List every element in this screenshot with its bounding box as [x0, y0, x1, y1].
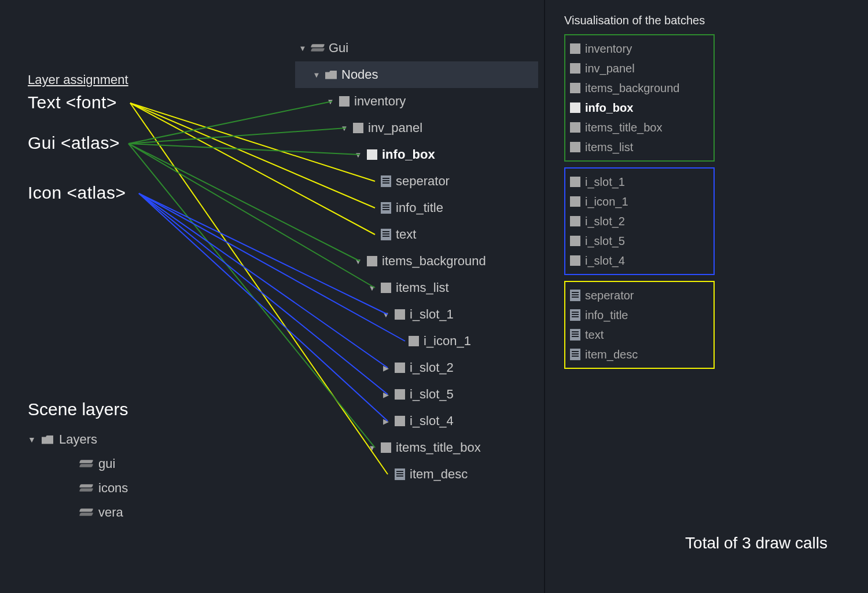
tree-row[interactable]: i_icon_1	[295, 328, 538, 354]
batch-row-label: item_desc	[585, 348, 638, 361]
text-node-icon	[570, 349, 580, 360]
layer-label-icon: Icon <atlas>	[28, 183, 126, 203]
box-node-icon	[409, 336, 419, 346]
tree-row[interactable]: ▼items_list	[295, 274, 538, 301]
scene-layers-root-label: Layers	[59, 432, 97, 447]
chevron-down-icon: ▼	[340, 124, 348, 133]
scene-layer-item[interactable]: icons	[49, 476, 128, 500]
stack-icon	[311, 43, 324, 53]
text-node-icon	[570, 329, 580, 341]
tree-row[interactable]: info_title	[295, 195, 538, 221]
tree-row[interactable]: ▼info_box	[295, 141, 538, 168]
box-node-icon	[570, 142, 580, 152]
batch-row-label: inventory	[585, 42, 632, 56]
box-node-icon	[367, 149, 377, 160]
chevron-down-icon: ▼	[368, 284, 376, 292]
scene-layer-item[interactable]: vera	[49, 500, 128, 525]
chevron-down-icon: ▼	[354, 151, 362, 159]
stack-icon	[80, 483, 93, 493]
tree-row[interactable]: ▶i_slot_5	[295, 381, 538, 408]
batch-row-label: i_icon_1	[585, 195, 628, 208]
tree-nodes-label: Nodes	[341, 67, 378, 82]
tree-row-label: i_slot_5	[410, 387, 454, 402]
batch-row-label: i_slot_2	[585, 215, 625, 228]
tree-row-label: text	[396, 227, 416, 242]
tree-row[interactable]: ▶i_slot_4	[295, 408, 538, 434]
scene-layer-label: gui	[98, 456, 115, 471]
box-node-icon	[339, 96, 350, 107]
batch-row: i_slot_4	[570, 251, 709, 270]
batch-row-label: i_slot_5	[585, 235, 625, 248]
tree-row[interactable]: ▼i_slot_1	[295, 301, 538, 328]
chevron-down-icon: ▼	[382, 310, 390, 319]
chevron-right-icon: ▶	[382, 390, 390, 399]
tree-row[interactable]: ▶i_slot_2	[295, 354, 538, 381]
folder-icon	[325, 69, 337, 80]
scene-layer-label: vera	[98, 505, 123, 520]
tree-row[interactable]: ▼items_title_box	[295, 434, 538, 461]
scene-layer-label: icons	[98, 481, 128, 496]
batch-row-label: i_slot_1	[585, 175, 625, 189]
batch-row-label: inv_panel	[585, 62, 635, 75]
batch-row: items_list	[570, 137, 709, 157]
tree-row[interactable]: ▼inv_panel	[295, 115, 538, 141]
tree-row-label: inv_panel	[368, 120, 422, 136]
box-node-icon	[570, 255, 580, 266]
tree-row-label: item_desc	[410, 467, 468, 482]
chevron-down-icon: ▼	[28, 435, 36, 444]
batch-row: inv_panel	[570, 58, 709, 78]
batch-row-label: info_title	[585, 309, 628, 322]
tree-nodes-folder[interactable]: ▼ Nodes	[295, 61, 538, 88]
tree-row[interactable]: text	[295, 221, 538, 248]
tree-root-gui[interactable]: ▼ Gui	[295, 35, 538, 61]
batch-row-label: info_box	[585, 101, 633, 115]
box-node-icon	[570, 177, 580, 187]
tree-row[interactable]: item_desc	[295, 461, 538, 488]
chevron-down-icon: ▼	[368, 444, 376, 452]
batch-row: i_slot_1	[570, 172, 709, 192]
box-node-icon	[570, 63, 580, 74]
tree-row[interactable]: ▼inventory	[295, 88, 538, 115]
batch-row: i_slot_5	[570, 231, 709, 251]
batch-group-yellow: seperatorinfo_titletextitem_desc	[564, 281, 715, 369]
tree-row-label: items_list	[396, 280, 449, 295]
scene-layers-root[interactable]: ▼ Layers	[28, 427, 128, 452]
stack-icon	[80, 507, 93, 518]
text-node-icon	[381, 229, 391, 240]
box-node-icon	[367, 256, 377, 266]
layer-assignment-title: Layer assignment	[28, 72, 128, 87]
chevron-right-icon: ▶	[382, 364, 390, 372]
batch-row: items_title_box	[570, 118, 709, 137]
scene-layer-item[interactable]: gui	[49, 452, 128, 476]
total-draw-calls: Total of 3 draw calls	[685, 534, 827, 552]
batch-row: text	[570, 325, 709, 345]
batch-group-blue: i_slot_1i_icon_1i_slot_2i_slot_5i_slot_4	[564, 167, 715, 275]
tree-row-label: info_box	[382, 147, 435, 162]
stack-icon	[80, 459, 93, 469]
layer-label-gui: Gui <atlas>	[28, 133, 120, 153]
batch-row: inventory	[570, 39, 709, 58]
box-node-icon	[353, 123, 363, 133]
box-node-icon	[570, 83, 580, 93]
tree-row[interactable]: ▼items_background	[295, 248, 538, 274]
batch-row-label: text	[585, 328, 604, 342]
chevron-down-icon: ▼	[326, 97, 334, 106]
box-node-icon	[570, 103, 580, 113]
scene-layers-title: Scene layers	[28, 400, 128, 419]
tree-root-label: Gui	[329, 41, 348, 56]
layer-label-text: Text <font>	[28, 93, 117, 112]
batch-row: item_desc	[570, 345, 709, 364]
scene-layers-panel: Scene layers ▼ Layers guiiconsvera	[28, 400, 128, 525]
batch-group-green: inventoryinv_panelitems_backgroundinfo_b…	[564, 34, 715, 162]
tree-row-label: i_slot_1	[410, 307, 454, 322]
box-node-icon	[381, 283, 391, 293]
tree-row[interactable]: seperator	[295, 168, 538, 195]
text-node-icon	[570, 290, 580, 301]
batch-row-label: items_title_box	[585, 121, 662, 134]
batch-row: seperator	[570, 285, 709, 305]
box-node-icon	[570, 236, 580, 246]
tree-row-label: inventory	[354, 94, 406, 109]
box-node-icon	[395, 309, 405, 320]
folder-icon	[42, 434, 53, 445]
chevron-down-icon: ▼	[354, 257, 362, 266]
